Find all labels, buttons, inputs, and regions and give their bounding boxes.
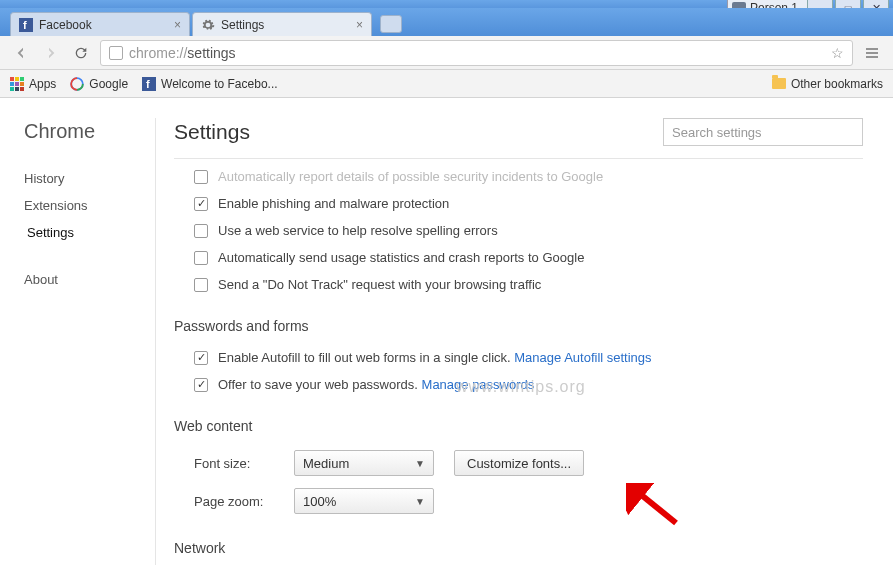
toolbar: chrome://settings ☆	[0, 36, 893, 70]
option-label: Enable Autofill to fill out web forms in…	[218, 350, 652, 365]
url-scheme: chrome://	[129, 45, 187, 61]
tab-strip: f Facebook × Settings ×	[0, 8, 893, 36]
folder-icon	[772, 78, 786, 89]
url-path: settings	[187, 45, 235, 61]
other-bookmarks[interactable]: Other bookmarks	[772, 77, 883, 91]
gear-icon	[201, 18, 215, 32]
save-pw-text: Offer to save your web passwords.	[218, 377, 418, 392]
svg-text:f: f	[23, 19, 27, 31]
section-network: Network	[174, 540, 863, 556]
option-phishing-protection[interactable]: Enable phishing and malware protection	[174, 190, 863, 217]
omnibox[interactable]: chrome://settings ☆	[100, 40, 853, 66]
chevron-down-icon: ▼	[415, 458, 425, 469]
google-icon	[70, 77, 84, 91]
manage-autofill-link[interactable]: Manage Autofill settings	[514, 350, 651, 365]
checkbox[interactable]	[194, 170, 208, 184]
checkbox[interactable]	[194, 278, 208, 292]
settings-page: Chrome History Extensions Settings About…	[0, 98, 893, 565]
sidebar-item-extensions[interactable]: Extensions	[24, 192, 155, 219]
apps-shortcut[interactable]: Apps	[10, 77, 56, 91]
option-do-not-track[interactable]: Send a "Do Not Track" request with your …	[174, 271, 863, 298]
svg-rect-4	[866, 56, 878, 57]
section-passwords-forms: Passwords and forms	[174, 318, 863, 334]
settings-sidebar: Chrome History Extensions Settings About	[0, 98, 155, 565]
option-auto-report[interactable]: Automatically report details of possible…	[174, 163, 863, 190]
tab-settings[interactable]: Settings ×	[192, 12, 372, 36]
option-label: Automatically report details of possible…	[218, 169, 603, 184]
reload-button[interactable]	[70, 42, 92, 64]
apps-icon	[10, 77, 24, 91]
chevron-down-icon: ▼	[415, 496, 425, 507]
autofill-text: Enable Autofill to fill out web forms in…	[218, 350, 511, 365]
option-save-passwords[interactable]: Offer to save your web passwords. Manage…	[174, 371, 863, 398]
option-label: Use a web service to help resolve spelli…	[218, 223, 498, 238]
svg-text:f: f	[146, 78, 150, 90]
back-button[interactable]	[10, 42, 32, 64]
search-settings-input[interactable]: Search settings	[663, 118, 863, 146]
option-label: Send a "Do Not Track" request with your …	[218, 277, 541, 292]
brand-title: Chrome	[24, 120, 155, 143]
option-enable-autofill[interactable]: Enable Autofill to fill out web forms in…	[174, 344, 863, 371]
bookmark-star-icon[interactable]: ☆	[831, 45, 844, 61]
page-icon	[109, 46, 123, 60]
svg-rect-2	[866, 48, 878, 49]
close-icon[interactable]: ×	[356, 18, 363, 32]
manage-passwords-link[interactable]: Manage passwords	[422, 377, 535, 392]
apps-label: Apps	[29, 77, 56, 91]
option-usage-stats[interactable]: Automatically send usage statistics and …	[174, 244, 863, 271]
option-label: Offer to save your web passwords. Manage…	[218, 377, 534, 392]
other-bookmarks-label: Other bookmarks	[791, 77, 883, 91]
button-label: Customize fonts...	[467, 456, 571, 471]
select-value: Medium	[303, 456, 349, 471]
tab-label: Facebook	[39, 18, 92, 32]
close-icon[interactable]: ×	[174, 18, 181, 32]
page-zoom-select[interactable]: 100% ▼	[294, 488, 434, 514]
section-web-content: Web content	[174, 418, 863, 434]
checkbox[interactable]	[194, 351, 208, 365]
svg-rect-3	[866, 52, 878, 53]
search-placeholder: Search settings	[672, 125, 762, 140]
forward-button[interactable]	[40, 42, 62, 64]
customize-fonts-button[interactable]: Customize fonts...	[454, 450, 584, 476]
checkbox[interactable]	[194, 224, 208, 238]
page-title: Settings	[174, 120, 250, 144]
sidebar-item-about[interactable]: About	[24, 266, 155, 293]
font-size-select[interactable]: Medium ▼	[294, 450, 434, 476]
option-label: Enable phishing and malware protection	[218, 196, 449, 211]
page-zoom-label: Page zoom:	[194, 494, 274, 509]
bookmark-google[interactable]: Google	[70, 77, 128, 91]
select-value: 100%	[303, 494, 336, 509]
checkbox[interactable]	[194, 378, 208, 392]
bookmark-facebook[interactable]: f Welcome to Facebo...	[142, 77, 278, 91]
sidebar-item-history[interactable]: History	[24, 165, 155, 192]
tab-facebook[interactable]: f Facebook ×	[10, 12, 190, 36]
tab-label: Settings	[221, 18, 264, 32]
new-tab-button[interactable]	[380, 15, 402, 33]
facebook-icon: f	[19, 18, 33, 32]
bookmark-label: Google	[89, 77, 128, 91]
option-spelling-service[interactable]: Use a web service to help resolve spelli…	[174, 217, 863, 244]
chrome-menu-button[interactable]	[861, 42, 883, 64]
settings-main: Settings Search settings Automatically r…	[156, 98, 893, 565]
bookmark-label: Welcome to Facebo...	[161, 77, 278, 91]
facebook-icon: f	[142, 77, 156, 91]
bookmarks-bar: Apps Google f Welcome to Facebo... Other…	[0, 70, 893, 98]
font-size-label: Font size:	[194, 456, 274, 471]
option-label: Automatically send usage statistics and …	[218, 250, 584, 265]
sidebar-item-settings[interactable]: Settings	[24, 219, 155, 246]
checkbox[interactable]	[194, 197, 208, 211]
checkbox[interactable]	[194, 251, 208, 265]
